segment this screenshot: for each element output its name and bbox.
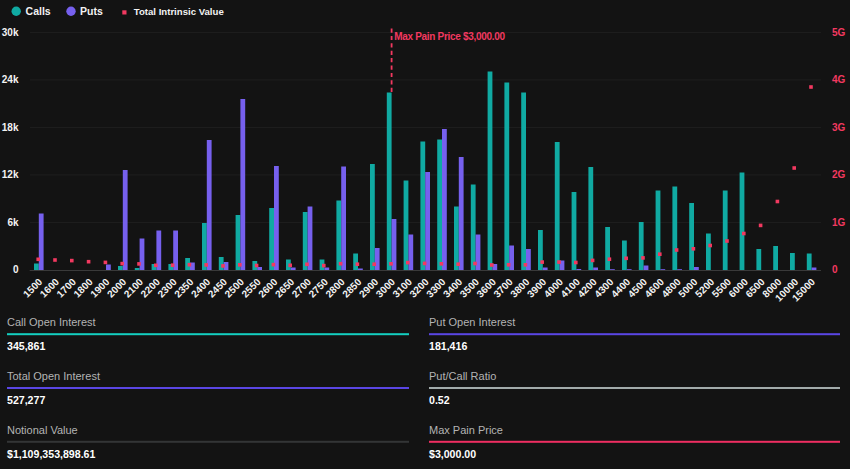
svg-text:0.52: 0.52	[429, 394, 450, 406]
svg-text:5G: 5G	[832, 27, 846, 38]
svg-text:$1,109,353,898.61: $1,109,353,898.61	[7, 448, 95, 460]
svg-text:4G: 4G	[832, 74, 846, 85]
svg-text:Put/Call Ratio: Put/Call Ratio	[429, 370, 496, 382]
svg-text:527,277: 527,277	[7, 394, 45, 406]
svg-text:Total Intrinsic Value: Total Intrinsic Value	[134, 6, 224, 17]
svg-text:2G: 2G	[832, 169, 846, 180]
svg-text:6k: 6k	[7, 217, 19, 228]
svg-text:1G: 1G	[832, 217, 846, 228]
svg-text:$3,000.00: $3,000.00	[429, 448, 476, 460]
svg-text:18k: 18k	[2, 122, 19, 133]
svg-text:24k: 24k	[2, 74, 19, 85]
svg-text:12k: 12k	[2, 169, 19, 180]
svg-text:0: 0	[13, 264, 19, 275]
svg-text:Calls: Calls	[26, 5, 51, 17]
svg-text:Put Open Interest: Put Open Interest	[429, 316, 515, 328]
svg-text:Puts: Puts	[80, 5, 103, 17]
svg-text:30k: 30k	[2, 27, 19, 38]
svg-text:0: 0	[832, 264, 838, 275]
svg-text:3G: 3G	[832, 122, 846, 133]
svg-text:181,416: 181,416	[429, 340, 467, 352]
svg-text:345,861: 345,861	[7, 340, 45, 352]
svg-text:Call Open Interest: Call Open Interest	[7, 316, 96, 328]
svg-text:Notional Value: Notional Value	[7, 424, 78, 436]
svg-text:Max Pain Price $3,000.00: Max Pain Price $3,000.00	[394, 31, 505, 42]
svg-text:Max Pain Price: Max Pain Price	[429, 424, 503, 436]
svg-text:Total Open Interest: Total Open Interest	[7, 370, 100, 382]
